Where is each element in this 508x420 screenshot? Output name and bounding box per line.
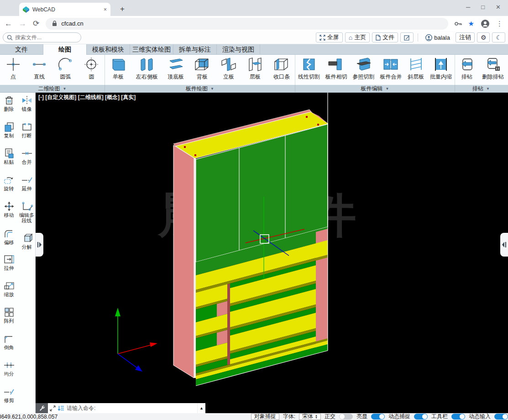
tool-point[interactable]: 点 [5, 56, 22, 81]
highlight-toggle[interactable] [371, 414, 385, 420]
viewport-label[interactable]: [-] [自定义视图] [二维线框] [概念] [真实] [38, 94, 136, 101]
tool-scale[interactable]: 缩放 [0, 280, 18, 297]
tool-panel-merge[interactable]: 板件合并 [380, 56, 402, 81]
gear-icon: ⚙ [481, 34, 487, 41]
drawing-canvas[interactable]: 晨丰软件 [36, 93, 508, 413]
object-snap-button[interactable]: 对象捕捉 [251, 414, 279, 420]
wrench-icon [39, 405, 45, 411]
group-panel-draw[interactable]: 板件绘图 ▼ [105, 85, 295, 92]
tool-explode[interactable]: 分解 [18, 232, 36, 250]
tool-drill[interactable]: 排钻 [458, 56, 476, 81]
tool-shelf-panel[interactable]: 层板 [246, 56, 264, 81]
tab-file[interactable]: 文件 [0, 44, 43, 55]
user-badge[interactable]: balala [422, 32, 453, 42]
font-select[interactable]: 宋体 ▲▼ [299, 414, 321, 420]
tool-extend[interactable]: 延伸 [18, 174, 36, 191]
tab-close-icon[interactable]: × [104, 6, 107, 13]
tool-chamfer[interactable]: 倒角 [0, 333, 18, 350]
tool-batch-inset[interactable]: 批量内缩 [430, 56, 452, 81]
tab-3d-solid[interactable]: 三维实体绘图 [130, 44, 173, 55]
command-settings-button[interactable] [36, 403, 48, 413]
spinner-icon[interactable]: ▲▼ [315, 415, 318, 419]
group-drill[interactable]: 排钻 ▼ [455, 85, 507, 92]
group-2d-draw[interactable]: 二维绘图 ▼ [0, 85, 105, 92]
home-button[interactable]: ⌂ 主页 [345, 32, 370, 42]
tool-divide[interactable]: 均分 [0, 359, 18, 377]
tool-delete[interactable]: 删除 [0, 94, 18, 112]
tool-edit-polyline[interactable]: 编辑多段线 [18, 200, 36, 223]
bookmark-star-icon[interactable]: ★ [468, 20, 474, 28]
fullscreen-label: 全屏 [327, 33, 339, 42]
tool-copy[interactable]: 复制 [0, 121, 18, 138]
browser-menu-icon[interactable]: ⋮ [496, 20, 503, 28]
divider [418, 33, 418, 42]
tool-trim[interactable]: 修剪 [0, 386, 18, 403]
ortho-toggle[interactable] [339, 414, 353, 420]
tool-break[interactable]: 打断 [18, 121, 36, 138]
tool-mirror[interactable]: 镜像 [18, 94, 36, 112]
resize-arrows-icon[interactable] [50, 405, 56, 411]
tab-render-view[interactable]: 渲染与视图 [217, 44, 260, 55]
move-icon [3, 200, 15, 212]
drill-hole [306, 116, 308, 118]
command-input[interactable]: 请输入命令: [67, 404, 195, 412]
tool-trim-strip[interactable]: 收口条 [273, 56, 290, 81]
search-input[interactable] [15, 34, 70, 41]
edit-polyline-icon [21, 200, 33, 212]
cabinet-3d-model[interactable] [36, 93, 508, 404]
tool-top-bottom-panel[interactable]: 顶底板 [167, 56, 184, 81]
tool-slanted-shelf[interactable]: 斜层板 [407, 56, 424, 81]
tool-circle[interactable]: 圆 [83, 56, 100, 81]
tool-linear-cut[interactable]: 线性切割 [298, 56, 320, 81]
minimize-icon[interactable]: ─ [466, 4, 470, 10]
tab-draw[interactable]: 绘图 [43, 44, 87, 55]
command-history-icon[interactable] [58, 405, 64, 411]
tool-reference-cut[interactable]: 参照切割 [353, 56, 375, 81]
tool-vertical-panel[interactable]: 立板 [220, 56, 237, 81]
extend-icon [21, 174, 33, 186]
toolbar-toggle[interactable] [451, 414, 465, 420]
tool-delete-drill[interactable]: 删除排钻 [482, 56, 504, 81]
key-icon[interactable] [455, 21, 462, 26]
fullscreen-button[interactable]: 全屏 [316, 32, 343, 42]
dynamic-input-toggle[interactable] [494, 414, 508, 420]
tool-move[interactable]: 移动 [0, 200, 18, 218]
tab-breakdown[interactable]: 拆单与标注 [173, 44, 217, 55]
settings-button[interactable]: ⚙ [477, 32, 490, 42]
tool-paste[interactable]: 粘贴 [0, 147, 18, 165]
tool-join[interactable]: 合并 [18, 147, 36, 165]
tool-line[interactable]: 直线 [31, 56, 48, 81]
tool-stretch[interactable]: 拉伸 [0, 253, 18, 271]
app-header: 全屏 ⌂ 主页 文件 [0, 31, 508, 44]
dark-mode-button[interactable]: ☾ [492, 32, 505, 42]
tool-rotate[interactable]: 旋转 [0, 174, 18, 191]
tool-arc[interactable]: 圆弧 [57, 56, 74, 81]
browser-tab[interactable]: WebCAD × [19, 3, 110, 16]
search-box[interactable] [3, 32, 81, 42]
right-panel-expand-tab[interactable] [500, 233, 508, 257]
maximize-icon[interactable]: □ [481, 4, 485, 10]
command-expand-button[interactable]: ▲ [197, 403, 205, 413]
forward-icon[interactable]: → [19, 19, 26, 28]
file-button[interactable]: 文件 [372, 32, 398, 42]
logout-button[interactable]: 注销 [456, 32, 475, 42]
tool-side-panels[interactable]: 左右侧板 [136, 56, 158, 81]
tab-templates[interactable]: 模板和模块 [87, 44, 130, 55]
reload-icon[interactable]: ⟳ [33, 19, 39, 28]
profile-avatar[interactable] [481, 19, 490, 28]
group-panel-edit[interactable]: 板件编辑 ▼ [295, 85, 455, 92]
back-icon[interactable]: ← [5, 19, 12, 28]
tool-array[interactable]: 阵列 [0, 306, 18, 324]
close-icon[interactable]: ✕ [496, 4, 501, 10]
dynamic-snap-toggle[interactable] [414, 414, 428, 420]
tool-single-panel[interactable]: 单板 [110, 56, 127, 81]
tool-panel-tangent[interactable]: 板件相切 [325, 56, 347, 81]
tool-offset[interactable]: 偏移 [0, 228, 18, 245]
url-field[interactable]: cfcad.cn [46, 18, 448, 30]
new-tab-button[interactable]: + [116, 4, 128, 15]
tool-back-panel[interactable]: 背板 [194, 56, 211, 81]
window-controls: ─ □ ✕ [466, 0, 505, 14]
left-panel-expand-tab[interactable] [36, 233, 43, 257]
menu-tab-bar: 文件 绘图 模板和模块 三维实体绘图 拆单与标注 渲染与视图 [0, 44, 508, 55]
edit-button[interactable] [400, 32, 414, 42]
